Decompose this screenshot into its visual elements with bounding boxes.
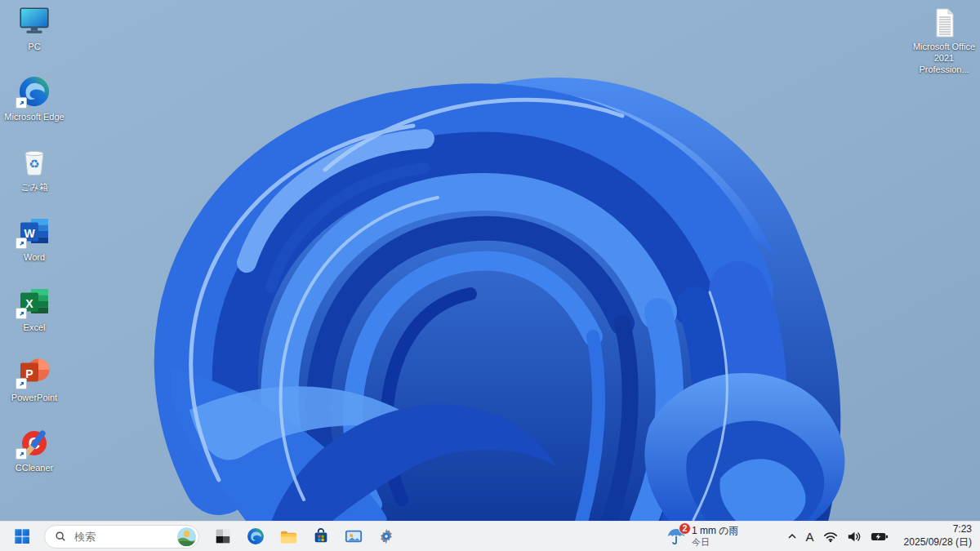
shortcut-arrow-icon [16, 448, 27, 460]
weather-day: 今日 [692, 537, 739, 548]
word-icon: W [16, 214, 52, 250]
document-icon [928, 7, 960, 39]
desktop-icon-ccleaner[interactable]: C CCleaner [0, 424, 69, 474]
desktop-icon-label: Microsoft Office 2021 Profession... [908, 42, 980, 75]
ime-mode-indicator[interactable]: A [806, 530, 814, 544]
notification-badge: 2 [679, 522, 691, 535]
edge-icon [247, 527, 265, 545]
desktop-icon-edge[interactable]: Microsoft Edge [0, 73, 69, 123]
speaker-icon [847, 531, 862, 543]
ccleaner-icon: C [16, 424, 52, 460]
desktop-icon-pc[interactable]: PC [0, 3, 69, 53]
pc-icon [16, 3, 52, 39]
desktop: PC Microsoft Edge ♻ ごみ箱 [0, 0, 980, 551]
weather-summary: 1 mm の雨 [692, 526, 739, 537]
battery-charging-icon [871, 531, 889, 542]
store-icon [312, 527, 330, 545]
picture-icon [345, 527, 363, 545]
search-icon [55, 531, 66, 542]
chevron-up-icon [787, 533, 797, 540]
desktop-icon-powerpoint[interactable]: P PowerPoint [0, 354, 69, 404]
windows-logo-icon [13, 527, 31, 545]
file-explorer-button[interactable] [273, 523, 304, 549]
excel-icon: X [16, 284, 52, 320]
desktop-icon-label: Excel [24, 322, 46, 334]
desktop-icon-label: Microsoft Edge [4, 112, 64, 123]
settings-button[interactable] [371, 523, 402, 549]
shortcut-arrow-icon [16, 378, 27, 389]
clock-time: 7:23 [904, 523, 972, 536]
wallpaper-bloom [0, 0, 980, 522]
microsoft-store-button[interactable] [305, 523, 336, 549]
desktop-icon-recycle-bin[interactable]: ♻ ごみ箱 [0, 144, 69, 193]
battery-button[interactable] [871, 531, 889, 542]
shortcut-arrow-icon [16, 308, 27, 319]
weather-widget[interactable]: 2 1 mm の雨 今日 [662, 524, 744, 549]
desktop-icon-label: ごみ箱 [20, 182, 48, 193]
desktop-icon-word[interactable]: W Word [0, 214, 69, 264]
wifi-icon [823, 531, 838, 543]
shortcut-arrow-icon [16, 238, 27, 249]
svg-text:♻: ♻ [29, 157, 39, 171]
pinned-app-button[interactable] [207, 523, 238, 549]
desktop-icon-label: PC [28, 42, 40, 53]
wifi-button[interactable] [823, 531, 838, 543]
volume-button[interactable] [847, 531, 862, 543]
recycle-bin-icon: ♻ [16, 144, 52, 180]
start-button[interactable] [7, 523, 38, 549]
edge-icon [16, 73, 52, 109]
taskbar: 2 1 mm の雨 今日 A [0, 521, 980, 551]
desktop-icon-office-file[interactable]: Microsoft Office 2021 Profession... [908, 7, 980, 75]
pinned-apps [207, 523, 402, 549]
clock[interactable]: 7:23 2025/09/28 (日) [904, 523, 972, 549]
search-highlight-image[interactable] [177, 527, 196, 546]
edge-taskbar-button[interactable] [240, 523, 271, 549]
show-hidden-icons-button[interactable] [787, 533, 797, 540]
desktop-icon-excel[interactable]: X Excel [0, 284, 69, 334]
powerpoint-icon: P [16, 354, 52, 390]
folder-icon [279, 527, 298, 546]
search-input[interactable] [73, 530, 171, 544]
clock-date: 2025/09/28 (日) [904, 536, 972, 549]
gear-icon [377, 527, 395, 545]
shortcut-arrow-icon [16, 97, 27, 109]
system-tray: A [787, 530, 889, 544]
desktop-icon-label: PowerPoint [11, 393, 57, 404]
search-box[interactable] [44, 525, 199, 549]
svg-text:X: X [25, 297, 33, 310]
desktop-icon-label: Word [24, 252, 45, 264]
desktop-icon-label: CCleaner [16, 463, 53, 474]
image-viewer-button[interactable] [338, 523, 369, 549]
pinned-app-icon [214, 527, 232, 545]
